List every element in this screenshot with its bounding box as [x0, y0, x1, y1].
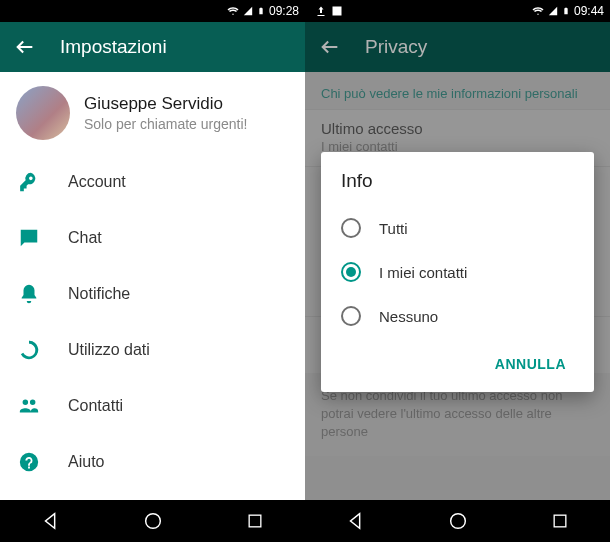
profile-text: Giuseppe Servidio Solo per chiamate urge… — [84, 94, 247, 132]
menu-label: Chat — [68, 229, 102, 247]
cancel-button[interactable]: ANNULLA — [487, 346, 574, 382]
status-bar: 09:44 — [305, 0, 610, 22]
screen-privacy: 09:44 Privacy Chi può vedere le mie info… — [305, 0, 610, 542]
profile-status: Solo per chiamate urgenti! — [84, 116, 247, 132]
settings-menu: Account Chat Notifiche Utilizzo dati Con… — [0, 154, 305, 490]
radio-label: Tutti — [379, 220, 408, 237]
battery-icon — [562, 5, 570, 17]
contacts-icon — [18, 395, 40, 417]
profile-name: Giuseppe Servidio — [84, 94, 247, 114]
appbar: Privacy — [305, 22, 610, 72]
radio-option-all[interactable]: Tutti — [341, 206, 574, 250]
screen-settings: 09:28 Impostazioni Giuseppe Servidio Sol… — [0, 0, 305, 542]
menu-item-notifications[interactable]: Notifiche — [0, 266, 305, 322]
svg-point-0 — [146, 514, 161, 529]
nav-back-icon[interactable] — [345, 510, 367, 532]
signal-icon — [243, 5, 253, 17]
avatar — [16, 86, 70, 140]
signal-icon — [548, 5, 558, 17]
navbar — [305, 500, 610, 542]
image-icon — [331, 5, 343, 17]
menu-item-chat[interactable]: Chat — [0, 210, 305, 266]
data-usage-icon — [18, 339, 40, 361]
appbar: Impostazioni — [0, 22, 305, 72]
help-icon — [18, 451, 40, 473]
nav-home-icon[interactable] — [142, 510, 164, 532]
status-bar: 09:28 — [0, 0, 305, 22]
navbar — [0, 500, 305, 542]
svg-point-2 — [451, 514, 466, 529]
wifi-icon — [227, 5, 239, 17]
menu-label: Utilizzo dati — [68, 341, 150, 359]
dialog-actions: ANNULLA — [341, 346, 574, 382]
menu-label: Account — [68, 173, 126, 191]
status-time: 09:28 — [269, 4, 299, 18]
back-icon[interactable] — [319, 36, 341, 58]
chat-icon — [18, 227, 40, 249]
svg-rect-3 — [554, 515, 566, 527]
nav-back-icon[interactable] — [40, 510, 62, 532]
radio-icon — [341, 262, 361, 282]
battery-icon — [257, 5, 265, 17]
nav-home-icon[interactable] — [447, 510, 469, 532]
radio-icon — [341, 218, 361, 238]
info-dialog: Info Tutti I miei contatti Nessuno ANNUL… — [321, 152, 594, 392]
nav-recent-icon[interactable] — [245, 511, 265, 531]
profile-row[interactable]: Giuseppe Servidio Solo per chiamate urge… — [0, 72, 305, 154]
menu-label: Contatti — [68, 397, 123, 415]
radio-icon — [341, 306, 361, 326]
radio-label: I miei contatti — [379, 264, 467, 281]
menu-item-contacts[interactable]: Contatti — [0, 378, 305, 434]
svg-rect-1 — [249, 515, 261, 527]
bell-icon — [18, 283, 40, 305]
menu-item-data-usage[interactable]: Utilizzo dati — [0, 322, 305, 378]
wifi-icon — [532, 5, 544, 17]
key-icon — [18, 171, 40, 193]
privacy-content: Chi può vedere le mie informazioni perso… — [305, 72, 610, 500]
dialog-title: Info — [341, 170, 574, 192]
status-time: 09:44 — [574, 4, 604, 18]
radio-option-nobody[interactable]: Nessuno — [341, 294, 574, 338]
page-title: Privacy — [365, 36, 427, 58]
menu-item-help[interactable]: Aiuto — [0, 434, 305, 490]
nav-recent-icon[interactable] — [550, 511, 570, 531]
page-title: Impostazioni — [60, 36, 167, 58]
menu-item-account[interactable]: Account — [0, 154, 305, 210]
upload-icon — [315, 5, 327, 17]
back-icon[interactable] — [14, 36, 36, 58]
menu-label: Notifiche — [68, 285, 130, 303]
radio-label: Nessuno — [379, 308, 438, 325]
radio-option-contacts[interactable]: I miei contatti — [341, 250, 574, 294]
menu-label: Aiuto — [68, 453, 104, 471]
